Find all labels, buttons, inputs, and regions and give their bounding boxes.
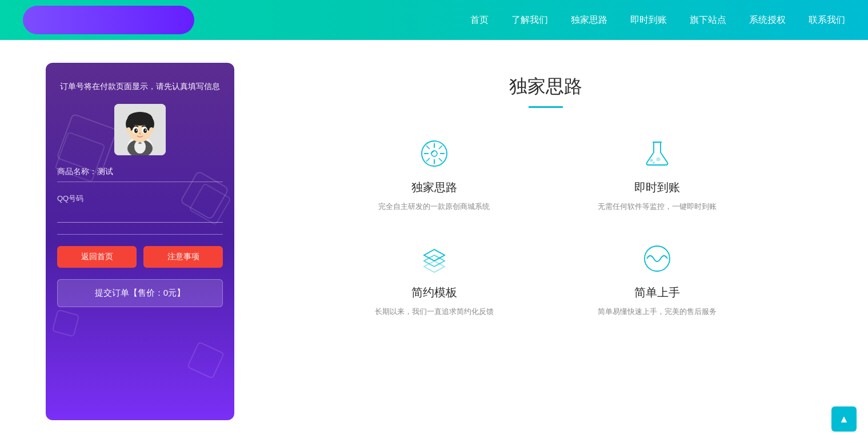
svg-point-30 — [650, 159, 653, 162]
feature-template: 简约模板 长期以来，我们一直追求简约化反馈 — [346, 241, 523, 318]
title-underline — [529, 106, 563, 108]
scroll-top-icon: ▲ — [839, 413, 849, 425]
nav-item-instant[interactable]: 即时到账 — [630, 14, 667, 26]
features-grid: 独家思路 完全自主研发的一款原创商城系统 即时到账 无需任何软件等监控， — [346, 136, 746, 318]
feature-instant-title: 即时到账 — [634, 180, 680, 195]
layers-icon — [417, 241, 451, 276]
svg-point-16 — [145, 130, 146, 131]
svg-point-10 — [149, 127, 154, 133]
svg-point-9 — [126, 127, 131, 133]
feature-template-desc: 长期以来，我们一直追求简约化反馈 — [375, 306, 494, 318]
submit-order-button[interactable]: 提交订单【售价：0元】 — [57, 279, 223, 307]
section-title: 独家思路 — [509, 74, 582, 99]
feature-exclusive-title: 独家思路 — [411, 180, 457, 195]
svg-line-24 — [426, 146, 430, 149]
return-home-button[interactable]: 返回首页 — [57, 246, 137, 268]
avatar-image — [114, 104, 166, 155]
deco-square-4 — [187, 341, 225, 379]
scroll-top-button[interactable]: ▲ — [831, 406, 857, 432]
svg-point-36 — [645, 246, 670, 271]
feature-easy: 简单上手 简单易懂快速上手，完美的售后服务 — [569, 241, 746, 318]
divider-2 — [57, 234, 223, 235]
order-notice: 订单号将在付款页面显示，请先认真填写信息 — [60, 80, 220, 92]
feature-easy-desc: 简单易懂快速上手，完美的售后服务 — [598, 306, 717, 318]
notice-button[interactable]: 注意事项 — [143, 246, 223, 268]
svg-point-19 — [431, 151, 437, 156]
nav-item-home[interactable]: 首页 — [470, 14, 489, 26]
main-content: 订单号将在付款页面显示，请先认真填写信息 — [0, 40, 868, 443]
svg-line-26 — [426, 158, 430, 162]
feature-instant: 即时到账 无需任何软件等监控，一键即时到账 — [569, 136, 746, 213]
gauge-icon — [417, 136, 451, 171]
product-name-label: 商品名称： — [57, 167, 97, 176]
product-name-value: 测试 — [97, 167, 113, 176]
nav-item-exclusive[interactable]: 独家思路 — [571, 14, 607, 26]
order-panel: 订单号将在付款页面显示，请先认真填写信息 — [46, 63, 234, 420]
logo-button[interactable] — [23, 6, 194, 34]
features-panel: 独家思路 — [269, 63, 822, 420]
svg-point-31 — [657, 158, 660, 161]
svg-point-13 — [134, 128, 138, 133]
product-name-row: 商品名称：测试 — [57, 167, 223, 177]
deco-square-3 — [52, 309, 80, 337]
svg-line-25 — [439, 146, 442, 149]
svg-point-15 — [136, 130, 137, 131]
nav-item-about[interactable]: 了解我们 — [511, 14, 548, 26]
flask-icon — [640, 136, 674, 171]
feature-easy-title: 简单上手 — [634, 285, 680, 300]
feature-instant-desc: 无需任何软件等监控，一键即时到账 — [598, 201, 717, 213]
qq-label: QQ号码 — [57, 194, 223, 204]
feature-exclusive-desc: 完全自主研发的一款原创商城系统 — [378, 201, 490, 213]
wave-icon — [640, 241, 674, 276]
feature-exclusive: 独家思路 完全自主研发的一款原创商城系统 — [346, 136, 523, 213]
header: 首页 了解我们 独家思路 即时到账 旗下站点 系统授权 联系我们 — [0, 0, 868, 40]
nav-item-contact[interactable]: 联系我们 — [809, 14, 845, 26]
feature-template-title: 简约模板 — [411, 285, 457, 300]
product-avatar — [114, 104, 166, 155]
svg-point-14 — [143, 128, 147, 133]
nav-item-auth[interactable]: 系统授权 — [749, 14, 786, 26]
nav-item-sites[interactable]: 旗下站点 — [690, 14, 726, 26]
svg-point-32 — [653, 162, 654, 164]
divider-1 — [57, 182, 223, 182]
svg-point-17 — [139, 133, 141, 135]
main-nav: 首页 了解我们 独家思路 即时到账 旗下站点 系统授权 联系我们 — [470, 14, 845, 26]
action-buttons: 返回首页 注意事项 — [57, 246, 223, 268]
qq-input[interactable] — [57, 208, 223, 223]
svg-line-27 — [439, 158, 442, 162]
